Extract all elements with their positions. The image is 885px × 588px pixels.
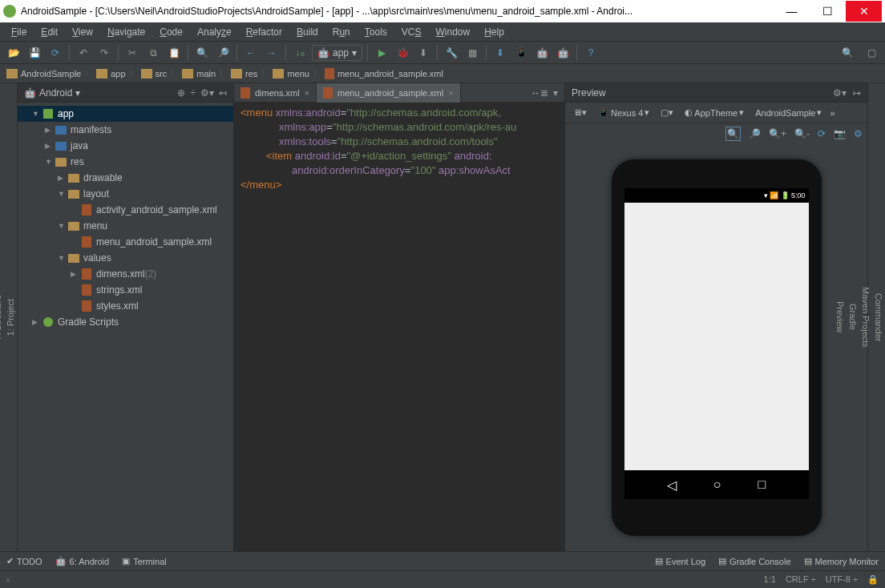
collapse-icon[interactable]: ÷ bbox=[190, 87, 196, 99]
bc-res[interactable]: res bbox=[231, 69, 257, 79]
menu-tools[interactable]: Tools bbox=[358, 25, 394, 39]
dropdown-icon[interactable]: ▾ bbox=[553, 87, 558, 99]
paste-icon[interactable]: 📋 bbox=[165, 44, 183, 62]
gear-icon[interactable]: ⚙▾ bbox=[833, 87, 847, 99]
split-icon[interactable]: ↔≣ bbox=[531, 87, 548, 99]
tree-drawable[interactable]: ▶drawable bbox=[18, 170, 233, 186]
tab-memory-monitor[interactable]: ▤ Memory Monitor bbox=[804, 556, 879, 566]
tab-commander[interactable]: Commander bbox=[872, 287, 885, 348]
hide-preview-icon[interactable]: ↦ bbox=[853, 87, 861, 99]
tree-gradle-scripts[interactable]: ▶Gradle Scripts bbox=[18, 314, 233, 330]
open-icon[interactable]: 📂 bbox=[5, 44, 22, 62]
line-separator[interactable]: CRLF ÷ bbox=[786, 574, 816, 585]
tab-maven[interactable]: Maven Projects bbox=[859, 280, 872, 354]
attach-icon[interactable]: ⬇ bbox=[414, 44, 432, 62]
replace-icon[interactable]: 🔎 bbox=[214, 44, 232, 62]
code-editor[interactable]: <menu xmlns:android="http://schemas.andr… bbox=[234, 103, 564, 551]
debug-icon[interactable]: 🐞 bbox=[394, 44, 411, 62]
find-icon[interactable]: 🔍 bbox=[193, 44, 211, 62]
project-structure-icon[interactable]: ▦ bbox=[463, 44, 481, 62]
settings-icon[interactable]: 🔧 bbox=[442, 44, 460, 62]
tab-terminal[interactable]: ▣ Terminal bbox=[122, 556, 167, 566]
tree-activity-file[interactable]: activity_android_sample.xml bbox=[18, 202, 233, 218]
save-icon[interactable]: 💾 bbox=[26, 44, 43, 62]
tab-android[interactable]: 🤖 6: Android bbox=[55, 556, 110, 566]
bc-file[interactable]: menu_android_sample.xml bbox=[325, 68, 443, 79]
tab-event-log[interactable]: ▤ Event Log bbox=[655, 556, 706, 566]
tree-dimens[interactable]: ▶dimens.xml (2) bbox=[18, 266, 233, 282]
device-screen[interactable]: ▾ 📶 🔋 5:00 ◁ ○ □ bbox=[624, 188, 809, 499]
virtual-device-icon[interactable]: 🖥▾ bbox=[570, 106, 590, 119]
zoom-actual-icon[interactable]: 🔎 bbox=[749, 128, 761, 139]
bc-menu[interactable]: menu bbox=[273, 69, 309, 79]
tree-values[interactable]: ▼values bbox=[18, 250, 233, 266]
back-icon[interactable]: ← bbox=[242, 44, 260, 62]
tree-styles[interactable]: styles.xml bbox=[18, 298, 233, 314]
cut-icon[interactable]: ✂ bbox=[123, 44, 141, 62]
refresh-icon[interactable]: ⟳ bbox=[818, 128, 826, 139]
maximize-button[interactable]: ☐ bbox=[810, 1, 846, 22]
file-encoding[interactable]: UTF-8 ÷ bbox=[826, 574, 858, 585]
redo-icon[interactable]: ↷ bbox=[95, 44, 113, 62]
menu-navigate[interactable]: Navigate bbox=[101, 25, 152, 39]
tree-layout[interactable]: ▼layout bbox=[18, 186, 233, 202]
project-view-selector[interactable]: 🤖 Android ▾ bbox=[24, 87, 80, 99]
sync-icon[interactable]: ⟳ bbox=[46, 44, 64, 62]
render-settings-icon[interactable]: ⚙ bbox=[854, 128, 863, 139]
monitor-icon[interactable]: 🤖 bbox=[554, 44, 572, 62]
user-icon[interactable]: ▢ bbox=[863, 44, 880, 62]
ddms-icon[interactable]: 🤖 bbox=[533, 44, 551, 62]
avd-icon[interactable]: 📱 bbox=[512, 44, 530, 62]
close-tab-icon[interactable]: × bbox=[448, 88, 453, 98]
menu-edit[interactable]: Edit bbox=[34, 25, 64, 39]
close-button[interactable]: ✕ bbox=[846, 1, 882, 22]
tab-menu-sample[interactable]: menu_android_sample.xml× bbox=[317, 83, 461, 103]
close-tab-icon[interactable]: × bbox=[305, 88, 309, 98]
menu-run[interactable]: Run bbox=[326, 25, 357, 39]
tab-todo[interactable]: ✔ TODO bbox=[6, 556, 42, 566]
menu-vcs[interactable]: VCS bbox=[395, 25, 428, 39]
bc-src[interactable]: src bbox=[141, 69, 168, 79]
caret-position[interactable]: 1:1 bbox=[764, 574, 776, 585]
undo-icon[interactable]: ↶ bbox=[75, 44, 92, 62]
tree-java[interactable]: ▶java bbox=[18, 138, 233, 154]
tree-menu-file[interactable]: menu_android_sample.xml bbox=[18, 234, 233, 250]
bc-root[interactable]: AndroidSample bbox=[6, 69, 81, 79]
tab-gradle-console[interactable]: ▤ Gradle Console bbox=[718, 556, 790, 566]
orientation-icon[interactable]: ▢▾ bbox=[657, 106, 677, 119]
tree-app[interactable]: ▼app bbox=[18, 106, 233, 122]
tab-gradle[interactable]: Gradle bbox=[847, 297, 859, 336]
menu-code[interactable]: Code bbox=[153, 25, 189, 39]
zoom-fit-icon[interactable]: 🔍 bbox=[725, 127, 741, 141]
tab-project[interactable]: 1: Project bbox=[4, 292, 17, 342]
tab-preview[interactable]: Preview bbox=[834, 295, 847, 339]
tree-strings[interactable]: strings.xml bbox=[18, 282, 233, 298]
scroll-from-source-icon[interactable]: ⊕ bbox=[177, 87, 185, 99]
hide-panel-icon[interactable]: ↤ bbox=[219, 87, 227, 99]
tab-structure[interactable]: 7: Structure bbox=[0, 288, 4, 347]
menu-file[interactable]: File bbox=[5, 25, 33, 39]
zoom-in-icon[interactable]: 🔍+ bbox=[769, 128, 786, 139]
bc-app[interactable]: app bbox=[96, 69, 125, 79]
run-config-selector[interactable]: 🤖 app ▾ bbox=[312, 45, 362, 61]
forward-icon[interactable]: → bbox=[263, 44, 281, 62]
more-icon[interactable]: » bbox=[830, 108, 834, 118]
theme-selector[interactable]: ◐AppTheme▾ bbox=[681, 106, 747, 119]
copy-icon[interactable]: ⧉ bbox=[144, 44, 162, 62]
make-icon[interactable]: ↓₀ bbox=[291, 44, 309, 62]
tree-menu[interactable]: ▼menu bbox=[18, 218, 233, 234]
run-button[interactable]: ▶ bbox=[373, 44, 390, 62]
activity-selector[interactable]: AndroidSample▾ bbox=[752, 106, 825, 119]
menu-refactor[interactable]: Refactor bbox=[240, 25, 289, 39]
tree-res[interactable]: ▼res bbox=[18, 154, 233, 170]
menu-help[interactable]: Help bbox=[478, 25, 511, 39]
device-selector[interactable]: 📱Nexus 4▾ bbox=[595, 106, 653, 119]
screenshot-icon[interactable]: 📷 bbox=[834, 128, 846, 139]
panel-settings-icon[interactable]: ⚙▾ bbox=[200, 87, 214, 99]
menu-window[interactable]: Window bbox=[429, 25, 476, 39]
tab-dimens[interactable]: dimens.xml× bbox=[234, 83, 317, 103]
menu-analyze[interactable]: Analyze bbox=[191, 25, 238, 39]
menu-view[interactable]: View bbox=[66, 25, 99, 39]
tool-window-icon[interactable]: ▫ bbox=[6, 575, 10, 585]
search-icon[interactable]: 🔍 bbox=[839, 44, 856, 62]
